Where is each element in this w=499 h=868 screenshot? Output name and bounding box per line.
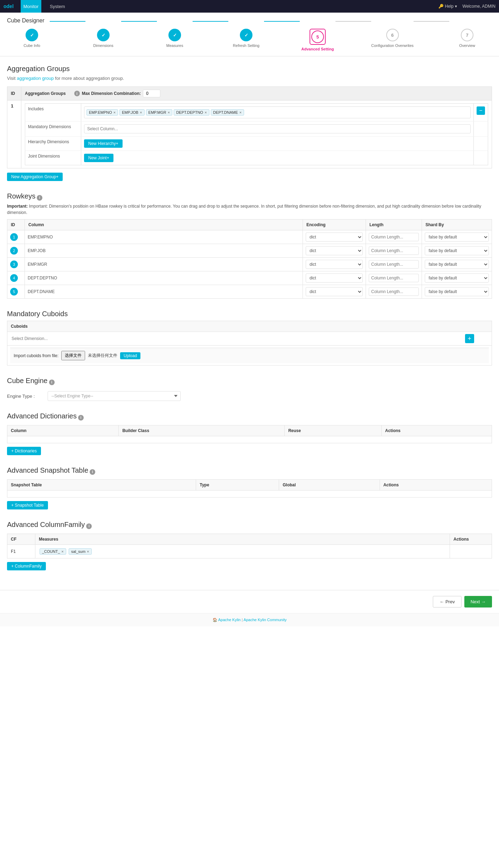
rowkeys-info-icon[interactable]: i — [37, 195, 42, 201]
step-circle-1: ✓ — [26, 29, 38, 41]
rowkey-badge-2: 3 — [10, 261, 18, 268]
nav-item-monitor[interactable]: Monitor — [21, 0, 41, 13]
step-7[interactable]: 7 Overview — [449, 29, 485, 48]
add-cuboid-button[interactable]: + — [465, 334, 474, 343]
cube-engine-title: Cube Engine — [7, 377, 48, 385]
help-link[interactable]: 🔑 Help ▾ — [438, 4, 457, 9]
step-label-4: Refresh Setting — [233, 43, 259, 48]
rowkey-shard-2: false by default true — [422, 258, 492, 271]
step-circle-5: 5 — [311, 30, 324, 43]
dict-empty-row — [7, 436, 492, 443]
encoding-select-0[interactable]: dict integer fixed_length boolean — [306, 232, 363, 242]
length-input-0[interactable] — [369, 233, 419, 241]
connector-1-2 — [50, 21, 85, 22]
adv-dict-title-row: Advanced Dictionaries i — [7, 412, 492, 423]
max-dim-input[interactable] — [143, 90, 160, 97]
add-dictionaries-button[interactable]: + Dictionaries — [7, 447, 41, 455]
tag-remove-emp-mgr[interactable]: × — [168, 110, 170, 114]
step-5[interactable]: 5 Advanced Setting — [300, 29, 335, 51]
rowkey-encoding-3: dict integer fixed_length boolean — [303, 271, 366, 285]
cube-engine-info-icon[interactable]: i — [49, 380, 55, 385]
encoding-select-2[interactable]: dict integer fixed_length boolean — [306, 260, 363, 269]
connector-6-7 — [414, 21, 449, 22]
new-joint-button[interactable]: New Joint+ — [84, 154, 113, 162]
step-label-7: Overview — [459, 43, 475, 48]
prev-button[interactable]: ← Prev — [433, 596, 461, 607]
hierarchy-row: Hierarchy Dimensions New Hierarchy+ — [25, 137, 488, 151]
connector-3-4 — [193, 21, 228, 22]
rowkey-row: 2 EMP.JOB dict integer fixed_length bool… — [7, 244, 492, 258]
footer-community-link[interactable]: Apache Kylin Community — [244, 618, 287, 622]
select-dimension-input[interactable] — [10, 335, 465, 342]
rowkey-id-0: 1 — [7, 230, 25, 244]
rowkey-badge-4: 5 — [10, 288, 18, 296]
tag-remove-sal-sum[interactable]: × — [87, 549, 89, 554]
encoding-select-4[interactable]: dict integer fixed_length boolean — [306, 287, 363, 296]
shard-select-1[interactable]: false by default true — [425, 246, 489, 255]
step-1[interactable]: ✓ Cube Info — [14, 29, 50, 48]
max-dim-label: Max Dimension Combination: — [82, 91, 141, 96]
rowkey-length-3 — [366, 271, 422, 285]
tag-remove-emp-job[interactable]: × — [140, 110, 142, 114]
tag-remove-emp-empno[interactable]: × — [113, 110, 116, 114]
tag-remove-count[interactable]: × — [61, 549, 63, 554]
snapshot-info-icon[interactable]: i — [90, 469, 95, 475]
encoding-select-3[interactable]: dict integer fixed_length boolean — [306, 273, 363, 283]
shard-select-2[interactable]: false by default true — [425, 260, 489, 269]
main-content: Aggregation Groups Visit aggregation gro… — [0, 56, 499, 590]
upload-button[interactable]: Upload — [120, 352, 140, 359]
snapshot-header-actions: Actions — [380, 480, 492, 491]
tag-remove-dept-dname[interactable]: × — [240, 110, 242, 114]
add-dict-wrapper: + Dictionaries — [7, 447, 492, 455]
remove-group-button[interactable]: − — [477, 106, 485, 115]
mandatory-dimensions-input[interactable] — [84, 124, 471, 133]
encoding-select-1[interactable]: dict integer fixed_length boolean — [306, 246, 363, 255]
step-3[interactable]: ✓ Measures — [157, 29, 193, 48]
dict-header-actions: Actions — [381, 425, 492, 436]
tag-emp-mgr: EMP.MGR × — [146, 109, 173, 116]
rowkeys-info-text: Important: Dimension's positioin on HBas… — [7, 204, 481, 215]
mandatory-label: Mandatory Dimensions — [25, 121, 81, 137]
next-button[interactable]: Next → — [464, 596, 492, 607]
step-4[interactable]: ✓ Refresh Setting — [228, 29, 264, 48]
aggregation-group-link[interactable]: aggregation group — [17, 76, 54, 81]
rowkey-header-shard: Shard By — [422, 220, 492, 230]
step-circle-2: ✓ — [97, 29, 110, 41]
snapshot-header-global: Global — [279, 480, 380, 491]
adv-dict-info-icon[interactable]: i — [78, 415, 84, 421]
rowkeys-title-row: Rowkeys i — [7, 192, 492, 203]
shard-select-0[interactable]: false by default true — [425, 232, 489, 242]
step-2[interactable]: ✓ Dimensions — [85, 29, 121, 48]
rowkey-id-2: 3 — [7, 258, 25, 271]
footer-kylin-link[interactable]: Apache Kylin — [218, 618, 241, 622]
cuboids-input-row: + — [7, 332, 492, 346]
rowkey-badge-0: 1 — [10, 233, 18, 241]
engine-type-label: Engine Type : — [7, 394, 42, 399]
includes-label: Includes — [25, 104, 81, 121]
aggregation-groups-section: Aggregation Groups Visit aggregation gro… — [7, 65, 492, 181]
length-input-3[interactable] — [369, 274, 419, 282]
rowkey-id-3: 4 — [7, 271, 25, 285]
rowkey-row: 5 DEPT.DNAME dict integer fixed_length b… — [7, 285, 492, 299]
max-dim-info-icon[interactable]: i — [74, 91, 80, 96]
length-input-4[interactable] — [369, 287, 419, 296]
user-label: Welcome, ADMIN — [463, 4, 495, 9]
add-column-family-button[interactable]: + ColumnFamily — [7, 562, 46, 570]
cuboids-input-wrapper: + — [10, 334, 489, 343]
shard-select-3[interactable]: false by default true — [425, 273, 489, 283]
nav-item-system[interactable]: System — [47, 0, 68, 13]
step-label-1: Cube Info — [23, 43, 40, 48]
import-label: Import cuboids from file: — [14, 353, 58, 358]
rowkey-column-0: EMP.EMPNO — [25, 230, 303, 244]
new-aggregation-group-button[interactable]: New Aggregation Group+ — [7, 173, 63, 181]
cf-info-icon[interactable]: i — [86, 523, 92, 529]
add-snapshot-button[interactable]: + Snapshot Table — [7, 501, 48, 509]
choose-file-button[interactable]: 选择文件 — [61, 351, 85, 360]
length-input-1[interactable] — [369, 246, 419, 255]
shard-select-4[interactable]: false by default true — [425, 287, 489, 296]
length-input-2[interactable] — [369, 260, 419, 269]
step-6[interactable]: 6 Configuration Overwrites — [371, 29, 414, 48]
tag-remove-dept-deptno[interactable]: × — [205, 110, 207, 114]
new-hierarchy-button[interactable]: New Hierarchy+ — [84, 139, 123, 148]
engine-type-select[interactable]: --Select Engine Type-- Hive Spark — [48, 391, 181, 401]
